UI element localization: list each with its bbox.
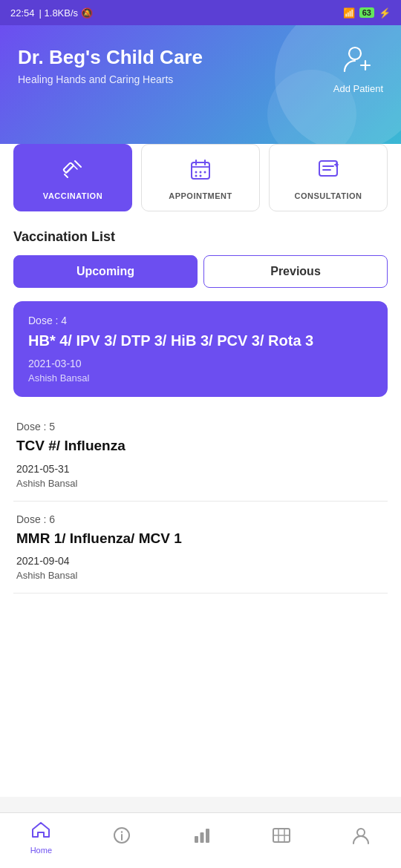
vacc-date-1: 2021-03-10 [28,358,373,369]
svg-point-12 [195,171,198,174]
stats-icon [192,826,212,849]
appointment-icon [189,158,212,185]
vacc-patient-2: Ashish Bansal [16,478,385,489]
vacc-patient-3: Ashish Bansal [16,570,385,581]
vaccination-item-3[interactable]: Dose : 6 MMR 1/ Influenza/ MCV 1 2021-09… [13,502,388,594]
service-card-consultation[interactable]: CONSULTATION [269,144,388,211]
bottom-nav: Home [0,812,401,868]
status-bar: 22:54 | 1.8KB/s 🔕 📶 63 ⚡ [0,0,401,25]
svg-point-32 [357,829,365,836]
profile-icon [351,826,371,849]
dose-label-2: Dose : 5 [16,421,385,433]
consultation-label: CONSULTATION [295,191,362,200]
nav-profile[interactable] [351,826,371,849]
vaccination-icon [62,158,84,185]
tab-upcoming[interactable]: Upcoming [13,255,198,288]
svg-rect-5 [63,162,74,173]
status-left: 22:54 | 1.8KB/s 🔕 [10,7,93,19]
signal-icon: 📶 [343,7,355,19]
tab-previous[interactable]: Previous [203,255,388,288]
section-title: Vaccination List [13,229,388,245]
nav-stats[interactable] [192,826,212,849]
dose-label-3: Dose : 6 [16,513,385,525]
svg-point-14 [204,171,206,174]
nav-info[interactable] [112,826,131,849]
dose-label-1: Dose : 4 [28,315,373,326]
status-right: 📶 63 ⚡ [343,7,391,19]
consultation-icon [317,158,339,185]
media-icon [272,826,291,849]
service-card-vaccination[interactable]: VACCINATION [13,144,132,211]
svg-rect-26 [200,832,203,843]
main-content: VACCINATION APPOINTMENT [0,129,401,797]
info-icon [112,826,131,849]
svg-point-13 [200,171,202,174]
home-label: Home [30,846,52,855]
svg-line-3 [75,161,81,167]
vacc-date-2: 2021-05-31 [16,463,385,475]
svg-rect-17 [319,161,337,176]
vacc-name-2: TCV #/ Influenza [16,437,385,456]
lightning-icon: ⚡ [379,7,391,19]
vacc-name-1: HB* 4/ IPV 3/ DTP 3/ HiB 3/ PCV 3/ Rota … [28,331,373,350]
vaccination-list: Dose : 4 HB* 4/ IPV 3/ DTP 3/ HiB 3/ PCV… [13,301,388,594]
header-text-block: Dr. Beg's Child Care Healing Hands and C… [18,46,203,85]
vaccination-item-highlighted[interactable]: Dose : 4 HB* 4/ IPV 3/ DTP 3/ HiB 3/ PCV… [13,301,388,397]
svg-line-6 [65,174,68,177]
add-patient-button[interactable]: Add Patient [333,46,383,94]
svg-point-16 [200,175,202,177]
vacc-patient-1: Ashish Bansal [28,372,373,384]
vacc-name-3: MMR 1/ Influenza/ MCV 1 [16,530,385,548]
header: Dr. Beg's Child Care Healing Hands and C… [0,25,401,144]
svg-rect-27 [206,829,209,843]
status-time: 22:54 [10,7,35,19]
service-card-appointment[interactable]: APPOINTMENT [141,144,260,211]
nav-home[interactable]: Home [30,821,52,855]
nav-media[interactable] [272,826,291,849]
svg-point-24 [121,831,123,832]
add-patient-label: Add Patient [333,83,383,94]
home-icon [31,821,50,843]
vacc-date-3: 2021-09-04 [16,555,385,567]
svg-point-0 [349,47,361,59]
svg-rect-25 [195,836,198,843]
status-network: | 1.8KB/s 🔕 [39,7,93,19]
svg-line-7 [73,165,77,169]
vaccination-label: VACCINATION [43,191,102,200]
service-cards: VACCINATION APPOINTMENT [13,144,388,211]
vaccination-item-2[interactable]: Dose : 5 TCV #/ Influenza 2021-05-31 Ash… [13,409,388,502]
add-patient-icon [343,46,373,79]
svg-point-15 [195,175,198,177]
tab-bar: Upcoming Previous [13,255,388,288]
battery-indicator: 63 [359,7,374,18]
app-title: Dr. Beg's Child Care [18,46,203,69]
app-subtitle: Healing Hands and Caring Hearts [18,73,203,85]
appointment-label: APPOINTMENT [169,191,232,200]
